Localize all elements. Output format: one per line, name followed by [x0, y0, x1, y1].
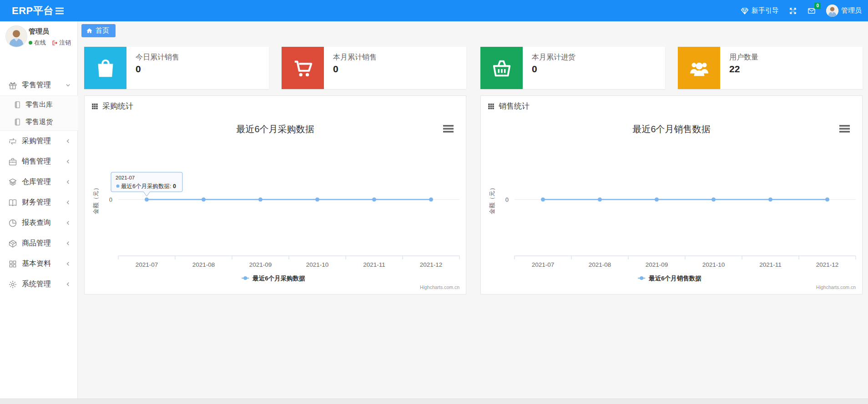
- sidebar-item-label: 商品管理: [22, 239, 51, 248]
- logout-link[interactable]: 注销: [51, 39, 71, 47]
- stat-label: 用户数量: [729, 53, 758, 62]
- avatar: [6, 26, 27, 47]
- svg-text:2021-07: 2021-07: [532, 261, 555, 268]
- svg-text:2021-08: 2021-08: [192, 261, 215, 268]
- sidebar-item-label: 零售出库: [25, 100, 53, 109]
- messages-button[interactable]: 0: [807, 7, 816, 15]
- logout-label: 注销: [59, 39, 71, 47]
- svg-text:最近6个月采购数据: 最近6个月采购数据: [236, 124, 314, 134]
- sidebar-item-label: 采购管理: [22, 136, 51, 146]
- svg-text:2021-07: 2021-07: [116, 175, 135, 180]
- chevron-left-icon: [66, 261, 71, 266]
- chevron-left-icon: [66, 180, 71, 185]
- guide-button[interactable]: 新手引导: [741, 6, 779, 15]
- chart-legend[interactable]: 最近6个月采购数据: [242, 275, 305, 282]
- sidebar-menu: 零售管理 零售出库 零售退货 采购管理 销售管理: [0, 75, 78, 294]
- mail-badge: 0: [814, 3, 821, 9]
- expand-icon: [789, 7, 797, 15]
- svg-text:2021-08: 2021-08: [589, 261, 611, 268]
- panel-title: 销售统计: [499, 101, 530, 111]
- chevron-left-icon: [66, 282, 71, 287]
- erp-dashboard: ERP平台 新手引导 0 管理员 管理员: [0, 0, 868, 404]
- sidebar-item-label: 销售管理: [22, 157, 51, 166]
- chart-context-menu-icon[interactable]: [839, 125, 850, 133]
- stat-card-month-purchase: 本月累计进货 0: [480, 47, 665, 89]
- sidebar-item-retail-outbound[interactable]: 零售出库: [0, 96, 78, 113]
- svg-text:2021-10: 2021-10: [702, 261, 725, 268]
- sidebar-item-label: 财务管理: [22, 198, 51, 207]
- main-content: 首页 今日累计销售 0 本月累计销售 0 本月累计进货 0: [78, 21, 868, 399]
- retail-submenu: 零售出库 零售退货: [0, 95, 78, 131]
- svg-text:最近6个月采购数据: 0: 最近6个月采购数据: 0: [121, 183, 176, 190]
- stat-label: 今日累计销售: [136, 53, 179, 62]
- sales-chart: 最近6个月销售数据0金额（元）2021-072021-082021-092021…: [480, 116, 863, 295]
- svg-text:2021-12: 2021-12: [420, 261, 443, 268]
- panel-title: 采购统计: [102, 101, 133, 111]
- svg-text:最近6个月采购数据: 最近6个月采购数据: [252, 275, 305, 282]
- sidebar-item-sales[interactable]: 销售管理: [0, 151, 78, 172]
- svg-text:最近6个月销售数据: 最近6个月销售数据: [648, 275, 701, 282]
- chart-legend[interactable]: 最近6个月销售数据: [638, 275, 701, 282]
- svg-text:2021-10: 2021-10: [306, 261, 329, 268]
- stat-value: 22: [729, 64, 758, 75]
- sidebar-item-finance[interactable]: 财务管理: [0, 192, 78, 213]
- stat-card-today-sales: 今日累计销售 0: [84, 47, 269, 89]
- journal-icon: [14, 101, 21, 109]
- svg-text:2021-07: 2021-07: [136, 261, 158, 268]
- chevron-left-icon: [66, 159, 71, 164]
- stat-value: 0: [136, 64, 179, 75]
- footer-strip: [0, 399, 868, 404]
- highcharts-credits[interactable]: Highcharts.com.cn: [420, 284, 459, 290]
- box-icon: [8, 239, 17, 248]
- online-status-icon: [29, 41, 32, 45]
- stat-value: 0: [333, 64, 377, 75]
- chevron-left-icon: [66, 220, 71, 225]
- gem-icon: [741, 7, 749, 15]
- sales-stats-panel: 销售统计 最近6个月销售数据0金额（元）2021-072021-082021-0…: [480, 95, 863, 294]
- stat-card-month-sales: 本月累计销售 0: [282, 47, 466, 89]
- avatar: [826, 5, 838, 17]
- stat-card-user-count: 用户数量 22: [678, 47, 863, 89]
- sidebar-item-label: 仓库管理: [22, 177, 51, 187]
- sidebar-toggle-icon[interactable]: [54, 5, 66, 16]
- user-menu[interactable]: 管理员: [826, 5, 862, 17]
- th-grid-icon: [91, 103, 98, 110]
- sidebar: 管理员 在线 注销 零售管理 零售出库: [0, 21, 78, 399]
- gear-icon: [8, 280, 17, 289]
- cart-icon: [282, 47, 324, 89]
- sign-out-icon: [51, 40, 58, 46]
- layers-icon: [8, 178, 17, 187]
- svg-text:金额（元）: 金额（元）: [489, 185, 495, 214]
- sidebar-item-system[interactable]: 系统管理: [0, 274, 78, 294]
- sidebar-item-label: 基本资料: [22, 259, 51, 269]
- stat-label: 本月累计进货: [532, 53, 575, 62]
- sidebar-item-label: 零售退货: [25, 118, 53, 126]
- sidebar-item-retail[interactable]: 零售管理: [0, 75, 78, 95]
- svg-text:0: 0: [109, 196, 112, 203]
- fullscreen-button[interactable]: [789, 7, 797, 15]
- stat-label: 本月累计销售: [333, 53, 377, 62]
- app-brand: ERP平台: [12, 0, 54, 21]
- sidebar-item-retail-return[interactable]: 零售退货: [0, 113, 78, 130]
- sidebar-item-reports[interactable]: 报表查询: [0, 213, 78, 233]
- users-icon: [678, 47, 720, 89]
- tab-label: 首页: [96, 26, 109, 35]
- chart-tooltip: 2021-07最近6个月采购数据: 0: [111, 172, 182, 196]
- chevron-left-icon: [66, 200, 71, 205]
- sidebar-item-purchase[interactable]: 采购管理: [0, 131, 78, 151]
- chart-context-menu-icon[interactable]: [443, 125, 454, 133]
- tab-home[interactable]: 首页: [81, 24, 116, 37]
- highcharts-credits[interactable]: Highcharts.com.cn: [816, 284, 856, 290]
- sidebar-item-warehouse[interactable]: 仓库管理: [0, 172, 78, 192]
- sidebar-item-basic-data[interactable]: 基本资料: [0, 254, 78, 274]
- online-status-label: 在线: [34, 39, 46, 47]
- svg-text:0: 0: [505, 196, 509, 203]
- sidebar-item-label: 报表查询: [22, 218, 51, 228]
- sidebar-user-panel: 管理员 在线 注销: [0, 21, 77, 54]
- pie-chart-icon: [8, 219, 17, 228]
- repeat-icon: [8, 137, 17, 146]
- journal-icon: [14, 118, 21, 126]
- briefcase-icon: [8, 157, 17, 166]
- svg-text:2021-09: 2021-09: [646, 261, 668, 268]
- sidebar-item-products[interactable]: 商品管理: [0, 233, 78, 254]
